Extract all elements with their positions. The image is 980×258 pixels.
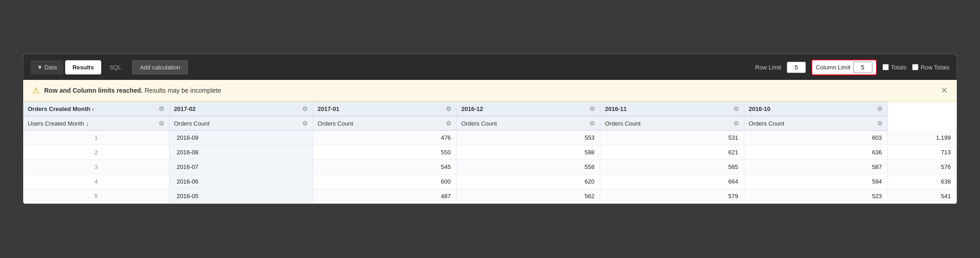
table-body: 12016-094765535316031,19922016-085505986… (23, 131, 957, 204)
tab-data[interactable]: ▼ Data (31, 60, 63, 74)
banner-message-rest: Results may be incomplete (143, 87, 221, 94)
data-cell: 664 (600, 174, 744, 189)
row-label: 2016-09 (169, 131, 313, 145)
row-header-gear-icon[interactable]: ⚙ (159, 120, 165, 127)
data-cell: 565 (600, 160, 744, 174)
data-cell: 476 (313, 131, 456, 145)
data-cell: 545 (313, 160, 456, 174)
data-cell: 487 (313, 189, 456, 204)
toolbar-right: Row Limit Column Limit Totals Row Totals (755, 59, 949, 75)
data-cell: 598 (457, 145, 600, 160)
row-label: 2016-06 (169, 174, 313, 189)
row-sort-icon: ↓ (86, 120, 89, 127)
row-dimension-header: Users Created Month ↓ ⚙ (23, 116, 169, 131)
data-cell: 594 (744, 174, 887, 189)
data-cell: 638 (887, 174, 956, 189)
data-cell: 558 (457, 160, 600, 174)
column-limit-wrapper: Column Limit (811, 59, 877, 75)
totals-checkbox-label[interactable]: Totals (882, 64, 907, 71)
data-cell: 576 (887, 160, 956, 174)
sub-gear-icon-3[interactable]: ⚙ (589, 120, 595, 127)
data-cell: 620 (457, 174, 600, 189)
data-cell: 541 (887, 189, 956, 204)
data-cell: 1,199 (887, 131, 956, 145)
results-table-wrapper: Orders Created Month ‹ ⚙ 2017-02 ⚙ (23, 101, 957, 204)
pivot-sort-chevron: ‹ (92, 105, 94, 112)
sub-header-row: Users Created Month ↓ ⚙ Orders Count ⚙ (23, 116, 957, 131)
data-cell: 579 (600, 189, 744, 204)
sub-gear-icon-4[interactable]: ⚙ (733, 120, 739, 127)
warning-banner: ⚠ Row and Column limits reached. Results… (23, 80, 957, 101)
data-cell: 587 (744, 160, 887, 174)
col-gear-icon-2016-12[interactable]: ⚙ (589, 105, 595, 112)
table-row: 32016-07545558565587576 (23, 160, 957, 174)
table-row: 22016-08550598621636713 (23, 145, 957, 160)
sub-header-label-1: Orders Count (174, 120, 210, 127)
sub-header-label-3: Orders Count (461, 120, 497, 127)
col-date-2017-01: 2017-01 (318, 105, 340, 112)
tab-results[interactable]: Results (65, 60, 101, 74)
data-cell: 603 (744, 131, 887, 145)
sub-gear-icon-2[interactable]: ⚙ (446, 120, 452, 127)
data-cell: 621 (600, 145, 744, 160)
col-header-2016-10: 2016-10 ⚙ (744, 101, 887, 116)
col-gear-icon-2016-11[interactable]: ⚙ (733, 105, 739, 112)
col-date-2016-11: 2016-11 (605, 105, 627, 112)
col-header-2017-02: 2017-02 ⚙ (169, 101, 313, 116)
pivot-header-row: Orders Created Month ‹ ⚙ 2017-02 ⚙ (23, 101, 957, 116)
col-gear-icon-2017-02[interactable]: ⚙ (302, 105, 308, 112)
col-header-2016-11: 2016-11 ⚙ (600, 101, 744, 116)
add-calculation-button[interactable]: Add calculation (132, 60, 188, 74)
col-date-2016-12: 2016-12 (461, 105, 483, 112)
row-number: 2 (23, 145, 169, 160)
totals-checkbox[interactable] (882, 64, 889, 70)
sub-header-orders-count-2: Orders Count ⚙ (313, 116, 456, 131)
sub-gear-icon-1[interactable]: ⚙ (302, 120, 308, 127)
row-number: 3 (23, 160, 169, 174)
col-date-2016-10: 2016-10 (749, 105, 771, 112)
table-row: 42016-06600620664594638 (23, 174, 957, 189)
sub-header-orders-count-1: Orders Count ⚙ (169, 116, 313, 131)
column-limit-input[interactable] (853, 62, 872, 73)
tab-sql[interactable]: SQL (103, 60, 128, 74)
warning-icon: ⚠ (32, 85, 40, 95)
table-row: 12016-094765535316031,199 (23, 131, 957, 145)
sub-gear-icon-5[interactable]: ⚙ (877, 120, 883, 127)
data-cell: 531 (600, 131, 744, 145)
banner-message-bold: Row and Column limits reached. (44, 87, 143, 94)
pivot-row-label-header: Orders Created Month ‹ ⚙ (23, 101, 169, 116)
sub-header-label-5: Orders Count (749, 120, 784, 127)
row-number: 4 (23, 174, 169, 189)
toolbar: ▼ Data Results SQL Add calculation Row L… (23, 54, 957, 80)
sub-header-orders-count-4: Orders Count ⚙ (600, 116, 744, 131)
pivot-header-gear-icon[interactable]: ⚙ (159, 105, 165, 112)
data-cell: 562 (457, 189, 600, 204)
row-number: 1 (23, 131, 169, 145)
totals-label-text: Totals (891, 64, 907, 71)
banner-message: Row and Column limits reached. Results m… (44, 87, 221, 94)
row-number: 5 (23, 189, 169, 204)
row-totals-checkbox-label[interactable]: Row Totals (912, 64, 949, 71)
row-header-text: Users Created Month ↓ (28, 120, 89, 127)
col-gear-icon-2016-10[interactable]: ⚙ (877, 105, 883, 112)
col-header-2016-12: 2016-12 ⚙ (457, 101, 600, 116)
row-totals-label-text: Row Totals (921, 64, 949, 71)
data-cell: 553 (457, 131, 600, 145)
sub-header-label-2: Orders Count (318, 120, 353, 127)
row-label: 2016-08 (169, 145, 313, 160)
row-totals-checkbox[interactable] (912, 64, 918, 70)
column-limit-label: Column Limit (816, 64, 851, 71)
row-label: 2016-05 (169, 189, 313, 204)
pivot-col-header-text: Orders Created Month ‹ (28, 105, 94, 112)
data-cell: 600 (313, 174, 456, 189)
row-limit-input[interactable] (787, 62, 806, 73)
row-label: 2016-07 (169, 160, 313, 174)
sub-header-label-4: Orders Count (605, 120, 640, 127)
results-table: Orders Created Month ‹ ⚙ 2017-02 ⚙ (23, 101, 957, 204)
col-date-2017-02: 2017-02 (174, 105, 196, 112)
banner-close-button[interactable]: ✕ (941, 86, 948, 95)
table-row: 52016-05487562579523541 (23, 189, 957, 204)
data-cell: 636 (744, 145, 887, 160)
col-gear-icon-2017-01[interactable]: ⚙ (446, 105, 452, 112)
main-container: ▼ Data Results SQL Add calculation Row L… (23, 54, 957, 204)
